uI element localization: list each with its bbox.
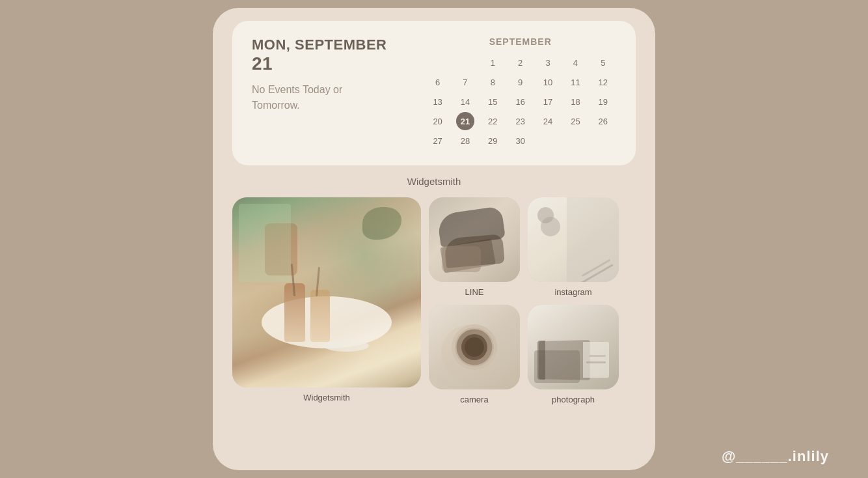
cal-day-15: 15 — [483, 92, 502, 111]
camera-app-label: camera — [460, 395, 488, 404]
calendar-month-title: SEPTEMBER — [424, 36, 616, 47]
app-photograph[interactable]: photograph — [528, 305, 619, 404]
no-events-text: No Events Today orTomorrow. — [252, 82, 411, 113]
cal-day-17: 17 — [539, 92, 557, 111]
camera-icon-img[interactable] — [429, 305, 520, 389]
cal-day-9: 9 — [511, 73, 530, 91]
photograph-bg — [528, 305, 619, 389]
cal-day-23: 23 — [511, 112, 530, 130]
cal-day-8: 8 — [483, 73, 502, 91]
cal-day-6: 6 — [429, 73, 447, 91]
cal-day-13: 13 — [429, 92, 447, 111]
cal-day-25: 25 — [566, 112, 584, 130]
photograph-app-label: photograph — [552, 395, 595, 404]
cal-day-24: 24 — [539, 112, 557, 130]
widgetsmith-section-label: Widgetsmith — [407, 176, 461, 187]
cal-day-22: 22 — [483, 112, 502, 130]
widgetsmith-app-label: Widgetsmith — [303, 393, 350, 402]
calendar-left: MON, SEPTEMBER 21 No Events Today orTomo… — [252, 36, 411, 150]
photograph-icon-img[interactable] — [528, 305, 619, 389]
cal-day-1: 1 — [483, 53, 502, 72]
cal-day-12: 12 — [594, 73, 612, 91]
app-instagram[interactable]: instagram — [528, 197, 619, 297]
calendar-grid: 1 2 3 4 5 6 7 8 9 10 11 12 13 14 15 16 1… — [424, 53, 616, 150]
date-title: MON, SEPTEMBER 21 — [252, 36, 411, 74]
cal-day-21-today: 21 — [456, 112, 474, 130]
cal-day-11: 11 — [566, 73, 584, 91]
cal-day-29: 29 — [483, 132, 502, 150]
cal-day-30: 30 — [511, 132, 530, 150]
calendar-widget: MON, SEPTEMBER 21 No Events Today orTomo… — [232, 21, 636, 165]
cal-day-16: 16 — [511, 92, 530, 111]
cal-day-7: 7 — [456, 73, 474, 91]
line-app-label: LINE — [465, 287, 484, 297]
cal-day-10: 10 — [539, 73, 557, 91]
instagram-app-label: instagram — [554, 287, 591, 297]
app-widgetsmith[interactable]: Widgetsmith — [232, 197, 421, 404]
cal-day-2: 2 — [511, 53, 530, 72]
apps-grid: Widgetsmith LINE — [232, 197, 636, 404]
app-camera[interactable]: camera — [429, 305, 520, 404]
cal-day-3: 3 — [539, 53, 557, 72]
phone-screen: MON, SEPTEMBER 21 No Events Today orTomo… — [213, 8, 655, 470]
line-bg — [429, 197, 520, 282]
calendar-right: SEPTEMBER 1 2 3 4 5 6 7 8 9 10 11 12 13 — [424, 36, 616, 150]
cal-day-28: 28 — [456, 132, 474, 150]
instagram-icon-img[interactable] — [528, 197, 619, 282]
cal-day-20: 20 — [429, 112, 447, 130]
watermark-text: @______.inlily — [722, 448, 829, 465]
line-icon-img[interactable] — [429, 197, 520, 282]
cal-day-26: 26 — [594, 112, 612, 130]
cal-day-27: 27 — [429, 132, 447, 150]
instagram-bg — [528, 197, 619, 282]
app-line[interactable]: LINE — [429, 197, 520, 297]
camera-bg — [429, 305, 520, 389]
cal-day-18: 18 — [566, 92, 584, 111]
cal-day-19: 19 — [594, 92, 612, 111]
widgetsmith-bg — [232, 197, 421, 387]
widgetsmith-icon-img[interactable] — [232, 197, 421, 387]
cal-day-4: 4 — [566, 53, 584, 72]
cal-day-5: 5 — [594, 53, 612, 72]
cal-day-14: 14 — [456, 92, 474, 111]
